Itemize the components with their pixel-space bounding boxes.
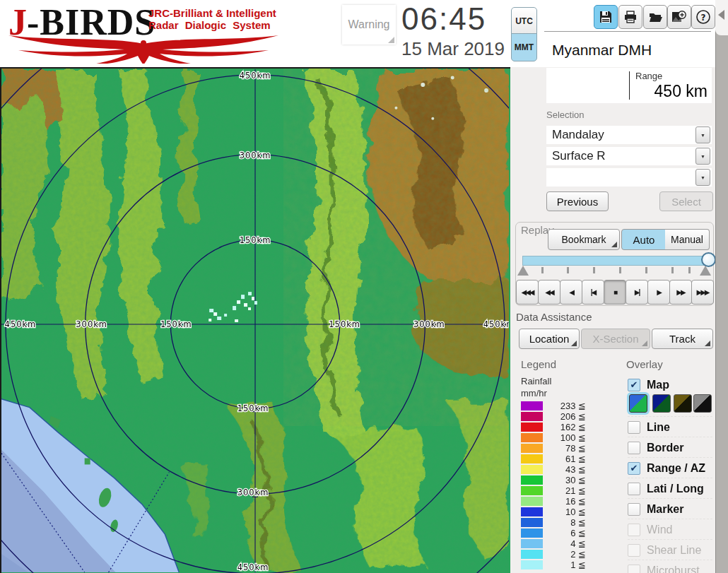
- site-dropdown[interactable]: Mandalay ▼: [546, 126, 712, 144]
- open-button[interactable]: [643, 5, 667, 29]
- overlay-item-wind[interactable]: ✔ Wind: [628, 519, 712, 540]
- select-button[interactable]: Select: [659, 191, 713, 211]
- legend-unit: mm/hr: [521, 388, 547, 398]
- eagle-logo-icon: [6, 34, 281, 64]
- logo-tagline: JRC-Brilliant & Intelligent Radar Dialog…: [148, 7, 276, 31]
- svg-text:300km: 300km: [413, 319, 445, 329]
- manual-button[interactable]: Manual: [665, 229, 710, 250]
- radar-map[interactable]: 450km 300km 150km 150km 300km 450km 450k…: [0, 67, 510, 573]
- step-back-button[interactable]: |◀: [582, 280, 604, 305]
- legend-row: 78 ≦: [521, 443, 586, 454]
- slider-tick: [593, 267, 595, 273]
- help-button[interactable]: ?: [691, 5, 715, 29]
- overlay-item-line[interactable]: ✔ Line: [628, 416, 712, 437]
- rewind-button[interactable]: ◀◀: [538, 280, 560, 305]
- map-style-3-button[interactable]: [674, 394, 692, 413]
- location-button[interactable]: Location: [519, 329, 580, 349]
- previous-button[interactable]: Previous: [546, 191, 609, 211]
- svg-text:?: ?: [701, 13, 706, 23]
- forward-button[interactable]: ▶▶: [669, 280, 692, 305]
- replay-slider-thumb[interactable]: [701, 252, 716, 267]
- replay-slider[interactable]: [522, 256, 709, 266]
- forward-fast-button[interactable]: ▶▶▶: [691, 280, 714, 305]
- marker-checkbox[interactable]: ✔: [628, 503, 640, 516]
- svg-text:150km: 150km: [237, 403, 269, 413]
- warning-panel[interactable]: Warning: [342, 5, 396, 45]
- svg-text:300km: 300km: [240, 150, 271, 160]
- print-icon: [623, 10, 638, 24]
- wind-checkbox[interactable]: ✔: [628, 524, 640, 536]
- play-reverse-button[interactable]: ◀: [560, 280, 582, 305]
- legend-swatch: [521, 560, 543, 569]
- line-checkbox[interactable]: ✔: [628, 421, 640, 434]
- step-forward-button[interactable]: ▶|: [626, 280, 648, 305]
- utc-button[interactable]: UTC: [511, 7, 537, 35]
- chevron-down-icon[interactable]: ▼: [695, 148, 710, 165]
- collapse-arrow-icon: [718, 10, 724, 20]
- map-checkbox[interactable]: ✔: [628, 379, 640, 391]
- legend-swatch: [521, 401, 543, 410]
- add-image-button[interactable]: [667, 5, 691, 29]
- x-section-button[interactable]: X-Section: [581, 329, 650, 349]
- microburst-checkbox[interactable]: ✔: [628, 565, 640, 573]
- shear-line-checkbox[interactable]: ✔: [628, 544, 640, 557]
- terrain-map: 450km 300km 150km 150km 300km 450km 450k…: [1, 69, 509, 573]
- overlay-item-microburst[interactable]: ✔ Microburst: [628, 560, 712, 573]
- chevron-down-icon[interactable]: ▼: [695, 169, 710, 186]
- stop-button[interactable]: ■: [604, 280, 626, 305]
- legend-swatch: [521, 507, 543, 516]
- svg-text:300km: 300km: [76, 319, 107, 329]
- legend-swatch: [521, 486, 543, 495]
- overlay-item-border[interactable]: ✔ Border: [628, 437, 712, 458]
- option-dropdown[interactable]: ▼: [546, 168, 712, 187]
- save-button[interactable]: [594, 5, 618, 29]
- range-az-checkbox[interactable]: ✔: [628, 462, 640, 475]
- rewind-fast-button[interactable]: ◀◀◀: [516, 280, 539, 305]
- border-checkbox[interactable]: ✔: [628, 442, 640, 454]
- product-dropdown[interactable]: Surface R ▼: [546, 147, 712, 165]
- slider-start-marker[interactable]: [517, 266, 529, 276]
- legend-row: 10 ≦: [521, 507, 586, 517]
- panel-scrollbar[interactable]: [715, 0, 728, 573]
- legend-row: 6 ≦: [521, 528, 586, 538]
- legend-label: Legend: [521, 358, 556, 370]
- legend-swatch: [521, 444, 543, 453]
- legend-row: 233 ≦: [521, 401, 586, 411]
- legend-row: 2 ≦: [521, 549, 586, 560]
- auto-button[interactable]: Auto: [621, 229, 667, 250]
- slider-tick: [671, 267, 674, 273]
- open-folder-icon: [648, 10, 662, 24]
- slider-end-marker[interactable]: [700, 266, 711, 276]
- bookmark-button[interactable]: Bookmark: [548, 229, 620, 250]
- chevron-down-icon[interactable]: ▼: [695, 126, 710, 143]
- svg-text:150km: 150km: [329, 319, 360, 329]
- overlay-item-lati-long[interactable]: ✔ Lati / Long: [628, 478, 712, 499]
- clock-date: 15 Mar 2019: [401, 38, 505, 60]
- legend-swatch: [521, 497, 543, 506]
- map-style-2-button[interactable]: [652, 394, 671, 413]
- add-image-icon: [671, 10, 687, 24]
- overlay-item-range-az[interactable]: ✔ Range / AZ: [628, 457, 712, 478]
- track-button[interactable]: Track: [652, 329, 713, 349]
- slider-tick: [645, 267, 647, 273]
- legend-swatch: [521, 412, 543, 421]
- station-title: Myanmar DMH: [546, 37, 711, 64]
- overlay-label: Overlay: [626, 358, 663, 370]
- map-style-4-button[interactable]: [693, 394, 712, 413]
- range-value: 450 km: [654, 82, 708, 101]
- print-button[interactable]: [618, 5, 642, 29]
- overlay-item-shear-line[interactable]: ✔ Shear Line: [628, 539, 712, 560]
- range-display: Range 450 km: [546, 68, 712, 103]
- legend-swatch: [521, 475, 543, 485]
- svg-text:450km: 450km: [5, 319, 37, 329]
- overlay-item-map[interactable]: ✔ Map: [628, 374, 712, 395]
- map-style-1-button[interactable]: [629, 394, 647, 413]
- legend-swatch: [521, 518, 543, 527]
- mmt-button[interactable]: MMT: [511, 33, 537, 61]
- slider-tick: [567, 267, 569, 273]
- slider-tick: [688, 267, 691, 273]
- legend-swatch: [521, 433, 543, 442]
- play-button[interactable]: ▶: [647, 280, 670, 305]
- lati-long-checkbox[interactable]: ✔: [628, 483, 640, 495]
- overlay-item-marker[interactable]: ✔ Marker: [628, 498, 712, 519]
